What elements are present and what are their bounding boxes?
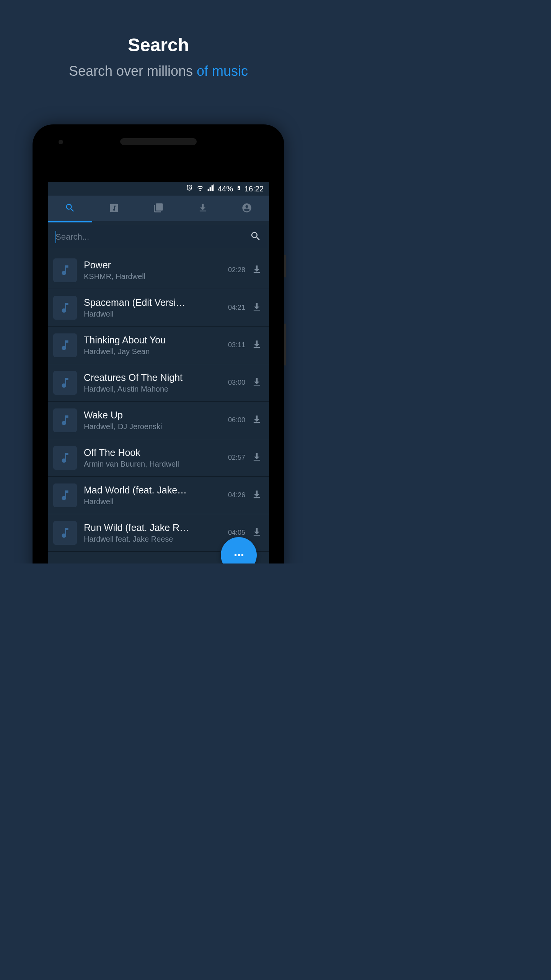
track-duration: 03:11 xyxy=(228,341,245,349)
track-duration: 06:00 xyxy=(228,416,245,424)
track-meta: Mad World (feat. Jake…Hardwell xyxy=(84,485,222,506)
phone-camera xyxy=(59,140,63,144)
track-artist: Hardwell xyxy=(84,497,222,506)
download-button[interactable] xyxy=(251,414,262,426)
music-note-icon xyxy=(53,483,77,507)
wifi-icon xyxy=(196,184,204,194)
track-duration: 02:57 xyxy=(228,454,245,462)
download-icon xyxy=(197,203,208,215)
status-bar: 44% 16:22 xyxy=(48,182,269,196)
more-icon xyxy=(235,554,243,556)
nav-bar xyxy=(48,196,269,222)
track-artist: Hardwell, DJ Jeroenski xyxy=(84,422,222,431)
track-duration: 02:28 xyxy=(228,266,245,274)
track-artist: Hardwell xyxy=(84,310,222,318)
music-note-icon xyxy=(53,371,77,395)
phone-frame: 44% 16:22 xyxy=(33,124,284,564)
track-title: Wake Up xyxy=(84,410,222,421)
hero-title: Search xyxy=(15,34,302,56)
search-icon xyxy=(65,203,75,215)
track-row[interactable]: Thinking About YouHardwell, Jay Sean03:1… xyxy=(48,327,269,364)
profile-icon xyxy=(241,203,252,215)
track-artist: Hardwell, Austin Mahone xyxy=(84,385,222,394)
music-note-icon xyxy=(53,333,77,357)
download-button[interactable] xyxy=(251,489,262,501)
track-artist: KSHMR, Hardwell xyxy=(84,272,222,281)
track-meta: Run Wild (feat. Jake R…Hardwell feat. Ja… xyxy=(84,522,222,544)
signal-icon xyxy=(207,184,215,194)
track-title: Thinking About You xyxy=(84,335,222,346)
music-note-icon xyxy=(53,296,77,320)
download-button[interactable] xyxy=(251,377,262,389)
nav-library-tab[interactable] xyxy=(136,203,181,215)
hero-section: Search Search over millions of music xyxy=(0,0,317,95)
track-row[interactable]: Mad World (feat. Jake…Hardwell04:26 xyxy=(48,477,269,514)
music-note-icon xyxy=(53,258,77,282)
track-duration: 04:05 xyxy=(228,529,245,537)
track-title: Power xyxy=(84,260,222,271)
track-duration: 04:26 xyxy=(228,491,245,499)
hero-subtitle-main: Search over millions xyxy=(69,63,197,79)
track-list[interactable]: PowerKSHMR, Hardwell02:28Spaceman (Edit … xyxy=(48,252,269,552)
track-meta: Thinking About YouHardwell, Jay Sean xyxy=(84,335,222,356)
track-title: Run Wild (feat. Jake R… xyxy=(84,522,222,533)
alarm-icon xyxy=(186,184,193,194)
screen: 44% 16:22 xyxy=(48,182,269,564)
track-title: Off The Hook xyxy=(84,447,222,458)
track-row[interactable]: Off The HookArmin van Buuren, Hardwell02… xyxy=(48,439,269,477)
nav-downloads-tab[interactable] xyxy=(181,203,225,215)
hero-subtitle: Search over millions of music xyxy=(15,63,302,79)
download-button[interactable] xyxy=(251,527,262,539)
track-meta: Off The HookArmin van Buuren, Hardwell xyxy=(84,447,222,469)
download-button[interactable] xyxy=(251,264,262,276)
search-input[interactable] xyxy=(55,232,250,242)
track-title: Creatures Of The Night xyxy=(84,372,222,383)
track-row[interactable]: Creatures Of The NightHardwell, Austin M… xyxy=(48,364,269,402)
phone-side-button xyxy=(284,255,286,278)
track-row[interactable]: Spaceman (Edit Versi…Hardwell04:21 xyxy=(48,289,269,327)
search-submit-icon[interactable] xyxy=(250,230,261,243)
hero-subtitle-accent: of music xyxy=(197,63,248,79)
track-artist: Hardwell, Jay Sean xyxy=(84,347,222,356)
track-artist: Hardwell feat. Jake Reese xyxy=(84,535,222,544)
music-file-icon xyxy=(109,203,119,215)
battery-percent: 44% xyxy=(218,185,233,193)
download-button[interactable] xyxy=(251,302,262,314)
nav-music-tab[interactable] xyxy=(92,203,137,215)
track-duration: 03:00 xyxy=(228,379,245,387)
track-duration: 04:21 xyxy=(228,304,245,312)
music-note-icon xyxy=(53,521,77,545)
track-meta: PowerKSHMR, Hardwell xyxy=(84,260,222,281)
phone-side-button xyxy=(284,323,286,366)
library-icon xyxy=(153,203,164,215)
nav-indicator xyxy=(48,221,92,222)
track-meta: Wake UpHardwell, DJ Jeroenski xyxy=(84,410,222,431)
phone-speaker xyxy=(120,138,197,145)
nav-profile-tab[interactable] xyxy=(225,203,269,215)
download-button[interactable] xyxy=(251,339,262,351)
nav-search-tab[interactable] xyxy=(48,203,92,215)
track-row[interactable]: Wake UpHardwell, DJ Jeroenski06:00 xyxy=(48,402,269,439)
download-button[interactable] xyxy=(251,452,262,464)
track-meta: Spaceman (Edit Versi…Hardwell xyxy=(84,297,222,318)
battery-icon xyxy=(236,184,241,194)
status-time: 16:22 xyxy=(245,185,264,193)
track-title: Mad World (feat. Jake… xyxy=(84,485,222,496)
music-note-icon xyxy=(53,446,77,470)
track-meta: Creatures Of The NightHardwell, Austin M… xyxy=(84,372,222,394)
track-artist: Armin van Buuren, Hardwell xyxy=(84,460,222,469)
track-row[interactable]: PowerKSHMR, Hardwell02:28 xyxy=(48,252,269,289)
search-bar[interactable] xyxy=(50,225,267,248)
track-title: Spaceman (Edit Versi… xyxy=(84,297,222,308)
search-cursor xyxy=(55,231,56,243)
music-note-icon xyxy=(53,408,77,432)
